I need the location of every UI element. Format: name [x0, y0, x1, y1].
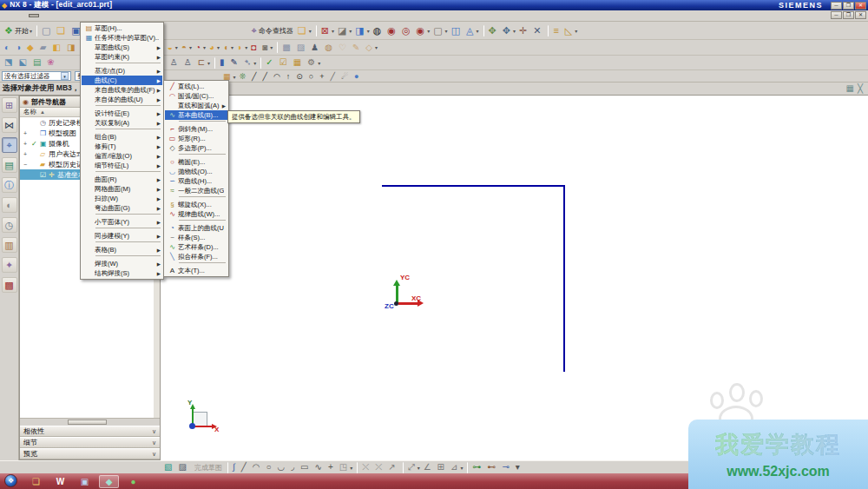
toolbar-button[interactable]: ◉▾	[415, 23, 432, 37]
toolbar-button[interactable]: ♟	[309, 41, 323, 55]
toolbar-button[interactable]: ✕	[531, 23, 545, 37]
menu-item[interactable]: 草图曲线(S) ▶	[82, 43, 162, 52]
submenu-item[interactable]: ~ 样条(S)...	[165, 233, 227, 242]
taskbar-app-button[interactable]: ▣	[75, 475, 95, 488]
toolbar-button[interactable]: ➴▾	[242, 56, 258, 69]
sketch-tool-button[interactable]: ▧	[162, 462, 176, 473]
resource-bar-button[interactable]: ⓘ	[2, 177, 17, 193]
sketch-tool-button[interactable]: ∫	[231, 462, 240, 473]
toolbar-button[interactable]	[260, 57, 261, 69]
snap-toolbar-button[interactable]: ❊	[238, 71, 251, 82]
menu-bar-item[interactable]	[29, 14, 39, 17]
scrollbar-thumb[interactable]	[68, 420, 107, 425]
menu-item[interactable]: 同步建模(Y) ▶	[82, 231, 162, 241]
sketch-tool-button[interactable]	[357, 462, 358, 473]
toolbar-button[interactable]: ◇▾	[364, 41, 379, 55]
selection-filter-dropdown[interactable]: 没有选择过滤器 ▾	[2, 71, 71, 81]
chevron-down-icon[interactable]: ▾	[61, 72, 69, 80]
sketch-tool-button[interactable]: ⤫	[373, 462, 386, 473]
menu-item[interactable]	[95, 63, 161, 65]
sketch-tool-button[interactable]: ⊿▾	[449, 462, 464, 473]
sketch-tool-button[interactable]	[467, 462, 468, 473]
toolbar-button[interactable]: ☑	[278, 56, 292, 69]
submenu-item[interactable]: ⌐ 倒斜角(M)...	[165, 124, 227, 134]
toolbar-button[interactable]: ▮	[218, 56, 229, 69]
grid-icon[interactable]: ▦	[846, 83, 854, 93]
sketch-tool-button[interactable]: ▨	[176, 462, 190, 473]
toolbar-button[interactable]: ▢▾	[431, 23, 449, 37]
menu-item[interactable]: 来自体的曲线(U) ▶	[82, 95, 162, 104]
snap-toolbar-button[interactable]: ◠	[272, 71, 285, 82]
toolbar-button[interactable]: ❖开始▾	[3, 23, 34, 37]
snap-toolbar-button[interactable]: ☄	[339, 71, 352, 82]
menu-item[interactable]: 细节特征(L) ▶	[82, 161, 162, 170]
menu-item[interactable]: 弯边曲面(G) ▶	[82, 203, 162, 213]
restore-button[interactable]: ❐	[843, 2, 854, 10]
menu-item[interactable]: 基准/点(D) ▶	[82, 66, 162, 76]
sketch-tool-button[interactable]: ╱	[240, 462, 251, 473]
toolbar-button[interactable]: ✥▾	[501, 23, 517, 37]
close-button[interactable]: ✕	[855, 2, 866, 10]
toolbar-button[interactable]: ◧	[51, 41, 65, 55]
sketch-tool-button[interactable]: ⊷	[485, 462, 500, 473]
toolbar-button[interactable]: ♙	[168, 56, 182, 69]
submenu-item[interactable]	[179, 196, 226, 199]
snap-toolbar-button[interactable]: ↑	[285, 71, 295, 82]
toolbar-button[interactable]: ◔▾	[194, 41, 207, 55]
submenu-item[interactable]: ◡ 抛物线(O)...	[165, 167, 227, 176]
wcs-origin-point[interactable]	[394, 301, 398, 306]
navigator-horizontal-scrollbar[interactable]	[20, 418, 160, 426]
toolbar-button[interactable]: ◍	[323, 41, 337, 55]
taskbar-app-button[interactable]: ❏	[26, 475, 46, 488]
menu-item[interactable]: 来自曲线集的曲线(F) ▶	[82, 85, 162, 95]
submenu-item[interactable]: ◠ 圆弧/圆(C)...	[165, 91, 227, 101]
submenu-item[interactable]	[179, 220, 226, 222]
sketch-tool-button[interactable]	[227, 462, 228, 473]
menu-item[interactable]	[95, 228, 161, 230]
sketch-tool-button[interactable]: ⤢▾	[406, 462, 422, 473]
toolbar-button[interactable]: ◨	[65, 41, 79, 55]
snap-toolbar-button[interactable]: ╱	[250, 71, 260, 82]
toolbar-button[interactable]: ✥	[487, 23, 501, 37]
submenu-item[interactable]: ∿ 规律曲线(W)...	[165, 209, 227, 219]
taskbar-app-button[interactable]: ●	[123, 475, 143, 488]
submenu-item[interactable]: ∿ 基本曲线(B)...	[165, 110, 227, 120]
toolbar-button[interactable]	[483, 25, 484, 36]
menu-item[interactable]: 焊接(W) ▶	[82, 259, 162, 268]
toolbar-button[interactable]: ◖▾	[221, 41, 235, 55]
submenu-item[interactable]	[179, 121, 226, 123]
fullscreen-close-icon[interactable]: ╳	[858, 83, 863, 93]
snap-toolbar-button[interactable]: ╱	[261, 71, 272, 82]
toolbar-button[interactable]: ◐	[3, 41, 14, 55]
toolbar-button[interactable]: ▦	[292, 56, 306, 69]
toolbar-button[interactable]: ⊏▾	[196, 56, 212, 69]
toolbar-button[interactable]: ◬▾	[464, 23, 480, 37]
menu-bar-item[interactable]	[3, 15, 11, 17]
submenu-item[interactable]	[179, 262, 226, 265]
resource-bar-button[interactable]: ⊞	[2, 97, 17, 113]
toolbar-button[interactable]: ◨▾	[353, 23, 371, 37]
toolbar-button[interactable]: ♙	[182, 56, 196, 69]
menu-bar-item[interactable]	[48, 15, 56, 17]
resource-bar-button[interactable]: ⋈	[2, 117, 17, 133]
toolbar-button[interactable]: ◙▾	[260, 41, 274, 55]
resource-bar-button[interactable]: ▥	[2, 237, 17, 253]
toolbar-button[interactable]	[214, 57, 215, 69]
menu-item[interactable]	[95, 214, 161, 216]
sketch-line-horizontal[interactable]	[382, 185, 565, 187]
menu-bar-item[interactable]	[82, 15, 91, 17]
wcs-x-axis[interactable]	[398, 302, 418, 305]
toolbar-button[interactable]: ◑	[14, 41, 25, 55]
resource-bar-button[interactable]: ▤	[2, 157, 17, 173]
start-button[interactable]: ❖	[4, 474, 17, 487]
resource-bar-button[interactable]: ⌖	[2, 137, 17, 153]
sketch-tool-button[interactable]: ○	[264, 462, 275, 473]
menu-item[interactable]: 小平面体(Y) ▶	[82, 217, 162, 227]
toolbar-button[interactable]: ⌖命令查找器	[250, 23, 296, 37]
sketch-tool-button[interactable]: ▭	[299, 462, 312, 473]
toolbar-button[interactable]	[36, 25, 37, 36]
menu-item[interactable]: 表格(B) ▶	[82, 245, 162, 254]
tree-checkbox-icon[interactable]: ☑	[40, 171, 49, 179]
submenu-item[interactable]: ◇ 多边形(P)...	[165, 143, 227, 153]
snap-toolbar-button[interactable]: +	[318, 71, 328, 82]
